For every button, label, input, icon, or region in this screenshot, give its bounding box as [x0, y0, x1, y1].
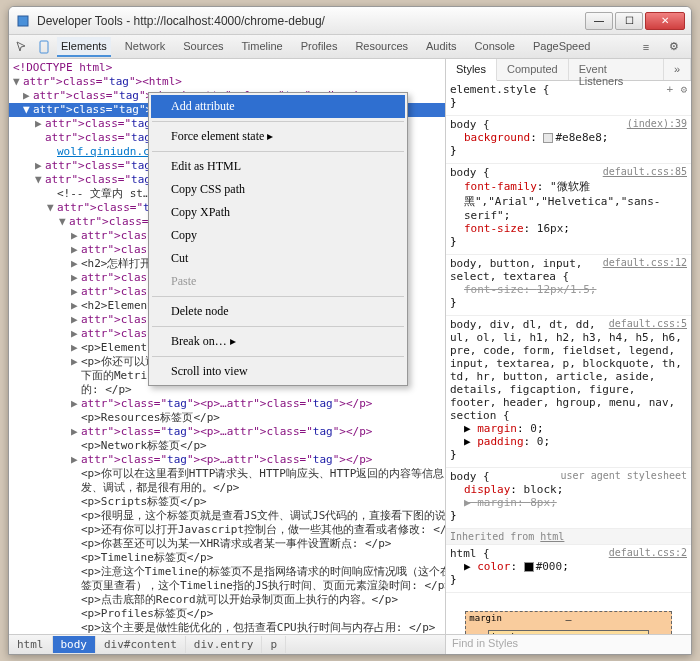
expand-arrow-icon[interactable]: ▶	[71, 313, 81, 327]
style-rule[interactable]: (index):39body {background: #e8e8e8;}	[446, 116, 691, 164]
sidebar-tab-styles[interactable]: Styles	[446, 59, 497, 81]
expand-arrow-icon[interactable]: ▼	[23, 103, 33, 117]
style-rule[interactable]: user agent stylesheetbody {display: bloc…	[446, 468, 691, 529]
menu-item-break-on-[interactable]: Break on… ▸	[151, 330, 405, 353]
style-rule[interactable]: default.css:12body, button, input, selec…	[446, 255, 691, 316]
dom-line[interactable]: ▶attr">class="tag"><p>…attr">class="tag"…	[9, 425, 445, 439]
expand-arrow-icon[interactable]: ▼	[47, 201, 57, 215]
expand-arrow-icon[interactable]: ▶	[71, 257, 81, 271]
expand-arrow-icon[interactable]: ▶	[71, 453, 81, 467]
menu-item-scroll-into-view[interactable]: Scroll into view	[151, 360, 405, 383]
tab-network[interactable]: Network	[121, 37, 169, 57]
dom-line[interactable]: <p>Profiles标签页</p>	[9, 607, 445, 621]
inspect-icon[interactable]	[13, 38, 31, 56]
settings-icon[interactable]: ⚙	[665, 38, 683, 56]
expand-arrow-icon[interactable]: ▶	[71, 229, 81, 243]
breadcrumb-item[interactable]: p	[262, 636, 286, 653]
style-rule[interactable]: default.css:5body, div, dl, dt, dd, ul, …	[446, 316, 691, 468]
style-property[interactable]: font-size: 16px;	[450, 222, 687, 235]
dom-line[interactable]: <p>Resources标签页</p>	[9, 411, 445, 425]
dom-line[interactable]: <p>Scripts标签页</p>	[9, 495, 445, 509]
tab-console[interactable]: Console	[471, 37, 519, 57]
expand-arrow-icon[interactable]: ▼	[13, 75, 23, 89]
style-property[interactable]: ▶ margin: 0;	[450, 422, 687, 435]
expand-arrow-icon[interactable]: ▶	[71, 425, 81, 439]
dom-line[interactable]: <p>这个主要是做性能优化的，包括查看CPU执行时间与内存占用: </p>	[9, 621, 445, 634]
style-rule[interactable]: default.css:2html {▶ color: #000;}	[446, 545, 691, 593]
style-rule[interactable]: +⚙element.style {}	[446, 81, 691, 116]
tab-sources[interactable]: Sources	[179, 37, 227, 57]
source-link[interactable]: default.css:12	[603, 257, 687, 268]
gear-icon[interactable]: ⚙	[680, 83, 687, 96]
style-property[interactable]: font-family: "微软雅黑","Arial","Helvetica",…	[450, 179, 687, 222]
menu-item-copy-xpath[interactable]: Copy XPath	[151, 201, 405, 224]
expand-arrow-icon[interactable]: ▶	[71, 271, 81, 285]
dom-line[interactable]: 签页里查看），这个Timeline指的JS执行时间、页面元素渲染时间: </p>	[9, 579, 445, 593]
menu-item-force-element-state[interactable]: Force element state ▸	[151, 125, 405, 148]
source-link[interactable]: user agent stylesheet	[561, 470, 687, 481]
styles-pane[interactable]: +⚙element.style {}(index):39body {backgr…	[446, 81, 691, 634]
dom-line[interactable]: <p>Network标签页</p>	[9, 439, 445, 453]
sidebar-tab-event-listeners[interactable]: Event Listeners	[569, 59, 664, 80]
dom-line[interactable]: <p>很明显，这个标签页就是查看JS文件、调试JS代码的，直接看下图的说明: <…	[9, 509, 445, 523]
expand-arrow-icon[interactable]: ▶	[71, 285, 81, 299]
expand-arrow-icon[interactable]: ▶	[71, 355, 81, 369]
style-property[interactable]: ▶ padding: 0;	[450, 435, 687, 448]
expand-arrow-icon[interactable]: ▶	[71, 327, 81, 341]
menu-item-copy[interactable]: Copy	[151, 224, 405, 247]
style-property[interactable]: font-size: 12px/1.5;	[450, 283, 687, 296]
source-link[interactable]: default.css:2	[609, 547, 687, 558]
menu-item-edit-as-html[interactable]: Edit as HTML	[151, 155, 405, 178]
find-in-styles[interactable]: Find in Styles	[446, 634, 691, 654]
expand-arrow-icon[interactable]: ▶	[71, 341, 81, 355]
maximize-button[interactable]: ☐	[615, 12, 643, 30]
tab-elements[interactable]: Elements	[57, 37, 111, 57]
dom-line[interactable]: ▶attr">class="tag"><p>…attr">class="tag"…	[9, 397, 445, 411]
style-rule[interactable]: default.css:85body {font-family: "微软雅黑",…	[446, 164, 691, 255]
breadcrumb-item[interactable]: div.entry	[186, 636, 263, 653]
tab-resources[interactable]: Resources	[351, 37, 412, 57]
dom-line[interactable]: 发、调试，都是很有用的。</p>	[9, 481, 445, 495]
menu-item-delete-node[interactable]: Delete node	[151, 300, 405, 323]
dom-line[interactable]: <p>Timeline标签页</p>	[9, 551, 445, 565]
tab-audits[interactable]: Audits	[422, 37, 461, 57]
expand-arrow-icon[interactable]: ▶	[71, 299, 81, 313]
source-link[interactable]: default.css:5	[609, 318, 687, 329]
dom-line[interactable]: <p>点击底部的Record就可以开始录制页面上执行的内容。</p>	[9, 593, 445, 607]
style-property[interactable]: background: #e8e8e8;	[450, 131, 687, 144]
minimize-button[interactable]: —	[585, 12, 613, 30]
menu-item-add-attribute[interactable]: Add attribute	[151, 95, 405, 118]
dom-line[interactable]: <p>你甚至还可以为某一XHR请求或者某一事件设置断点: </p>	[9, 537, 445, 551]
breadcrumb-item[interactable]: body	[53, 636, 97, 653]
tab-profiles[interactable]: Profiles	[297, 37, 342, 57]
tab-pagespeed[interactable]: PageSpeed	[529, 37, 595, 57]
sidebar-tab-»[interactable]: »	[664, 59, 691, 80]
source-link[interactable]: default.css:85	[603, 166, 687, 177]
close-button[interactable]: ✕	[645, 12, 685, 30]
tab-timeline[interactable]: Timeline	[238, 37, 287, 57]
expand-arrow-icon[interactable]: ▼	[35, 173, 45, 187]
breadcrumb-item[interactable]: html	[9, 636, 53, 653]
expand-arrow-icon[interactable]: ▶	[71, 397, 81, 411]
dom-line[interactable]: ▶attr">class="tag"><p>…attr">class="tag"…	[9, 453, 445, 467]
menu-item-copy-css-path[interactable]: Copy CSS path	[151, 178, 405, 201]
expand-arrow-icon[interactable]: ▼	[59, 215, 69, 229]
device-icon[interactable]	[35, 38, 53, 56]
expand-arrow-icon[interactable]: ▶	[35, 159, 45, 173]
style-property[interactable]: ▶ color: #000;	[450, 560, 687, 573]
style-property[interactable]: display: block;	[450, 483, 687, 496]
add-rule-icon[interactable]: +	[666, 83, 673, 96]
console-toggle-icon[interactable]: ≡	[637, 38, 655, 56]
expand-arrow-icon[interactable]: ▶	[23, 89, 33, 103]
sidebar-tab-computed[interactable]: Computed	[497, 59, 569, 80]
breadcrumb-item[interactable]: div#content	[96, 636, 186, 653]
expand-arrow-icon[interactable]: ▶	[71, 243, 81, 257]
dom-line[interactable]: <p>还有你可以打开Javascript控制台，做一些其他的查看或者修改: </…	[9, 523, 445, 537]
expand-arrow-icon[interactable]: ▶	[35, 117, 45, 131]
source-link[interactable]: (index):39	[627, 118, 687, 129]
dom-line[interactable]: <p>你可以在这里看到HTTP请求头、HTTP响应头、HTTP返回的内容等信息，…	[9, 467, 445, 481]
menu-item-cut[interactable]: Cut	[151, 247, 405, 270]
style-property[interactable]: ▶ margin: 8px;	[450, 496, 687, 509]
dom-line[interactable]: <p>注意这个Timeline的标签页不是指网络请求的时间响应情况哦（这个在Ne…	[9, 565, 445, 579]
dom-line[interactable]: ▼attr">class="tag"><html>	[9, 75, 445, 89]
